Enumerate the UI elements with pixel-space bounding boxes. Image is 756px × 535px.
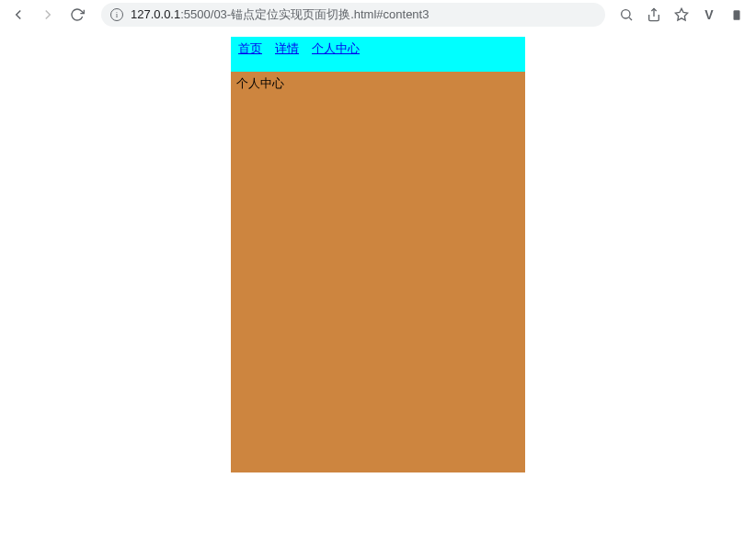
nav-header: 首页 详情 个人中心 <box>231 37 525 72</box>
url-path: /03-锚点定位实现页面切换.html#content3 <box>211 7 430 21</box>
address-bar[interactable]: i 127.0.0.1:5500/03-锚点定位实现页面切换.html#cont… <box>101 3 605 27</box>
svg-point-0 <box>622 10 630 18</box>
back-button[interactable] <box>7 4 29 26</box>
bookmark-star-icon[interactable] <box>673 6 690 23</box>
nav-link-detail[interactable]: 详情 <box>275 40 299 68</box>
extension-v-icon[interactable]: V <box>701 6 717 23</box>
reload-button[interactable] <box>66 4 88 26</box>
content-title: 个人中心 <box>236 76 284 90</box>
forward-button[interactable] <box>37 4 59 26</box>
url-host: 127.0.0.1 <box>131 7 180 21</box>
site-info-icon[interactable]: i <box>110 8 123 21</box>
browser-toolbar: i 127.0.0.1:5500/03-锚点定位实现页面切换.html#cont… <box>0 0 756 29</box>
extension-icon[interactable] <box>728 6 745 23</box>
url-port: :5500 <box>180 7 211 21</box>
nav-link-home[interactable]: 首页 <box>238 40 262 68</box>
url-text: 127.0.0.1:5500/03-锚点定位实现页面切换.html#conten… <box>131 6 429 23</box>
content-panel: 个人中心 <box>231 72 525 472</box>
page-container: 首页 详情 个人中心 个人中心 <box>231 37 525 472</box>
svg-marker-2 <box>675 8 687 20</box>
page-viewport: 首页 详情 个人中心 个人中心 <box>0 29 756 535</box>
share-icon[interactable] <box>646 6 662 23</box>
nav-link-profile[interactable]: 个人中心 <box>312 40 360 68</box>
svg-rect-3 <box>734 10 740 19</box>
toolbar-right: V <box>618 6 749 23</box>
zoom-icon[interactable] <box>618 6 635 23</box>
